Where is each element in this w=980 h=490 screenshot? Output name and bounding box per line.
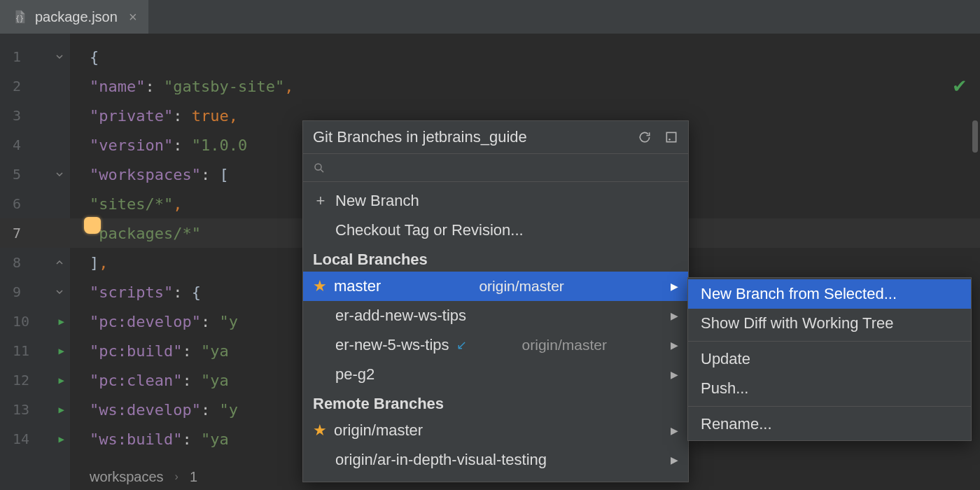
chevron-right-icon: › [175, 470, 178, 483]
line-number: 13 [13, 401, 29, 418]
separator [688, 406, 971, 407]
branch-item[interactable]: er-add-new-ws-tips ▶ [303, 301, 688, 330]
fold-open-icon[interactable] [55, 287, 64, 297]
breadcrumb[interactable]: workspaces › 1 [70, 463, 217, 490]
svg-point-3 [315, 164, 321, 170]
breadcrumb-item[interactable]: workspaces [90, 469, 164, 485]
line-number: 6 [13, 195, 21, 212]
run-gutter-icon[interactable]: ▶ [59, 404, 64, 415]
intention-bulb-icon[interactable] [84, 217, 101, 234]
close-icon[interactable]: × [129, 9, 137, 25]
chevron-right-icon: ▶ [671, 369, 678, 380]
new-branch-item[interactable]: + New Branch [303, 186, 688, 216]
remote-branch-item[interactable]: origin/ar-in-depth-visual-testing ▶ [303, 445, 688, 475]
submenu-rename[interactable]: Rename... [688, 410, 971, 439]
run-gutter-icon[interactable]: ▶ [59, 316, 64, 327]
separator [688, 341, 971, 342]
chevron-right-icon: ▶ [671, 454, 678, 465]
line-number: 1 [13, 48, 21, 65]
line-number: 12 [13, 372, 29, 388]
fold-open-icon[interactable] [55, 52, 64, 62]
git-branches-popup: Git Branches in jetbrains_guide + New Br… [302, 120, 689, 482]
line-number: 10 [13, 313, 29, 330]
local-branches-heading: Local Branches [303, 245, 688, 272]
popup-search[interactable] [303, 153, 688, 182]
fold-close-icon[interactable] [55, 258, 64, 267]
gutter: 1 2 3 4 5 6 7 8 9 10▶ 11▶ 12▶ 13▶ 14▶ [0, 34, 70, 490]
line-number: 2 [13, 78, 21, 94]
line-number: 3 [13, 107, 21, 124]
plus-icon: + [313, 192, 328, 210]
submenu-push[interactable]: Push... [688, 374, 971, 403]
branch-submenu: New Branch from Selected... Show Diff wi… [687, 277, 972, 441]
line-number: 11 [13, 342, 29, 359]
svg-text:{}: {} [15, 15, 24, 22]
submenu-new-branch[interactable]: New Branch from Selected... [688, 279, 971, 309]
remote-branches-heading: Remote Branches [303, 389, 688, 416]
line-number: 8 [13, 254, 21, 271]
breadcrumb-item[interactable]: 1 [190, 469, 197, 485]
star-icon: ★ [313, 279, 327, 294]
run-gutter-icon[interactable]: ▶ [59, 345, 64, 356]
refresh-icon[interactable] [638, 130, 652, 144]
search-input[interactable] [332, 160, 678, 176]
svg-rect-1 [666, 132, 676, 141]
line-number: 7 [13, 225, 21, 241]
tab-bar: {} package.json × [0, 0, 980, 34]
tab-package-json[interactable]: {} package.json × [0, 0, 148, 34]
run-gutter-icon[interactable]: ▶ [59, 374, 64, 386]
line-number: 5 [13, 166, 21, 183]
chevron-right-icon: ▶ [671, 425, 678, 436]
tab-label: package.json [35, 9, 118, 25]
submenu-update[interactable]: Update [688, 344, 971, 374]
line-number: 9 [13, 284, 21, 300]
remote-branch-item[interactable]: ★ origin/master ▶ [303, 416, 688, 445]
line-number: 14 [13, 430, 29, 447]
inspection-ok-icon[interactable]: ✔ [952, 76, 967, 97]
search-icon [313, 162, 326, 174]
line-number: 4 [13, 136, 21, 153]
popup-title: Git Branches in jetbrains_guide [313, 128, 527, 146]
star-icon: ★ [313, 423, 327, 438]
fold-open-icon[interactable] [55, 169, 64, 179]
branch-item[interactable]: pe-g2 ▶ [303, 360, 688, 389]
chevron-right-icon: ▶ [671, 281, 678, 292]
expand-icon[interactable] [664, 130, 678, 144]
chevron-right-icon: ▶ [671, 340, 678, 351]
json-file-icon: {} [11, 8, 28, 25]
chevron-right-icon: ▶ [671, 310, 678, 321]
submenu-show-diff[interactable]: Show Diff with Working Tree [688, 309, 971, 338]
branch-item-master[interactable]: ★ master origin/master ▶ [303, 272, 688, 301]
incoming-icon: ↙ [456, 337, 467, 353]
run-gutter-icon[interactable]: ▶ [59, 433, 64, 444]
scrollbar-thumb[interactable] [972, 120, 978, 153]
svg-point-2 [668, 139, 671, 141]
checkout-tag-item[interactable]: Checkout Tag or Revision... [303, 216, 688, 245]
branch-item[interactable]: er-new-5-ws-tips ↙ origin/master ▶ [303, 330, 688, 360]
